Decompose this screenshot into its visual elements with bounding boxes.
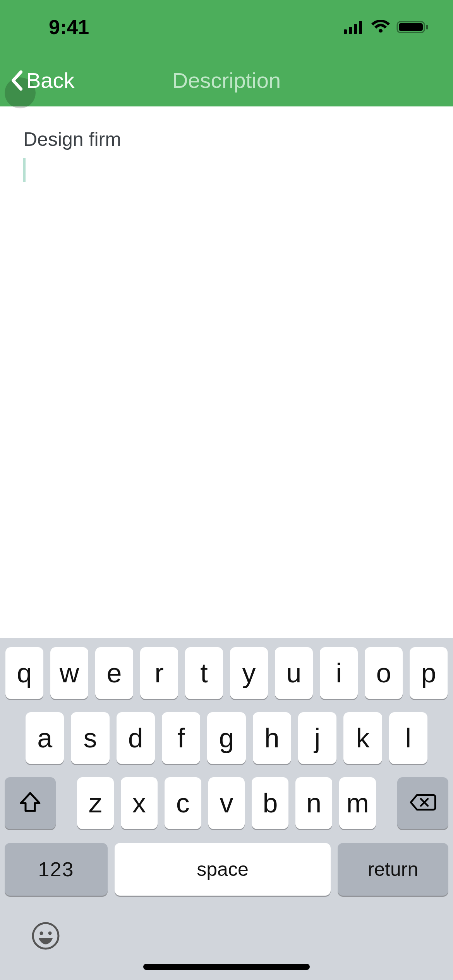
svg-rect-3 — [359, 21, 362, 34]
key-t[interactable]: t — [185, 647, 223, 699]
key-o[interactable]: o — [365, 647, 403, 699]
svg-rect-6 — [426, 25, 428, 29]
key-y[interactable]: y — [230, 647, 268, 699]
keyboard-row-2: a s d f g h j k l — [0, 712, 453, 764]
chevron-left-icon — [10, 70, 22, 91]
keyboard-bottom — [0, 909, 453, 980]
svg-rect-2 — [354, 24, 357, 34]
key-m[interactable]: m — [339, 777, 376, 829]
backspace-icon — [409, 793, 436, 814]
key-s[interactable]: s — [71, 712, 109, 764]
keyboard-row-4: 123 space return — [0, 843, 453, 896]
key-e[interactable]: e — [95, 647, 133, 699]
emoji-icon — [31, 921, 60, 951]
wifi-icon — [371, 20, 390, 34]
key-z[interactable]: z — [77, 777, 114, 829]
return-key[interactable]: return — [338, 843, 448, 896]
status-indicators — [344, 19, 430, 35]
key-b[interactable]: b — [252, 777, 288, 829]
key-i[interactable]: i — [320, 647, 358, 699]
key-x[interactable]: x — [121, 777, 158, 829]
svg-rect-0 — [344, 29, 347, 34]
key-r[interactable]: r — [140, 647, 178, 699]
numbers-key[interactable]: 123 — [5, 843, 108, 896]
key-v[interactable]: v — [208, 777, 245, 829]
svg-rect-1 — [349, 27, 352, 34]
status-bar: 9:41 — [0, 0, 453, 54]
nav-bar: Back Description — [0, 54, 453, 106]
back-button[interactable]: Back — [0, 68, 75, 93]
status-time: 9:41 — [49, 15, 89, 39]
battery-icon — [396, 19, 430, 35]
space-key[interactable]: space — [115, 843, 331, 896]
key-u[interactable]: u — [275, 647, 313, 699]
key-p[interactable]: p — [410, 647, 448, 699]
key-q[interactable]: q — [5, 647, 43, 699]
key-w[interactable]: w — [50, 647, 88, 699]
key-d[interactable]: d — [117, 712, 155, 764]
svg-point-9 — [33, 923, 58, 949]
key-k[interactable]: k — [343, 712, 382, 764]
svg-point-10 — [40, 932, 43, 935]
cellular-icon — [344, 20, 365, 34]
key-j[interactable]: j — [298, 712, 336, 764]
keyboard-row-3: z x c v b n m — [0, 777, 453, 829]
description-editor[interactable]: Design firm — [0, 106, 453, 638]
svg-point-11 — [48, 932, 52, 935]
key-n[interactable]: n — [295, 777, 332, 829]
keyboard-row-1: q w e r t y u i o p — [0, 647, 453, 699]
backspace-key[interactable] — [397, 777, 448, 829]
svg-rect-5 — [399, 23, 423, 31]
key-g[interactable]: g — [207, 712, 245, 764]
shift-icon — [19, 792, 42, 815]
key-l[interactable]: l — [389, 712, 427, 764]
back-button-label: Back — [26, 68, 75, 93]
key-c[interactable]: c — [165, 777, 201, 829]
emoji-key[interactable] — [31, 921, 60, 951]
key-f[interactable]: f — [162, 712, 200, 764]
description-text: Design firm — [23, 127, 430, 153]
text-cursor — [23, 158, 26, 182]
key-h[interactable]: h — [253, 712, 291, 764]
keyboard: q w e r t y u i o p a s d f g h j k l — [0, 638, 453, 980]
shift-key[interactable] — [5, 777, 56, 829]
key-a[interactable]: a — [26, 712, 64, 764]
home-indicator[interactable] — [143, 964, 310, 970]
